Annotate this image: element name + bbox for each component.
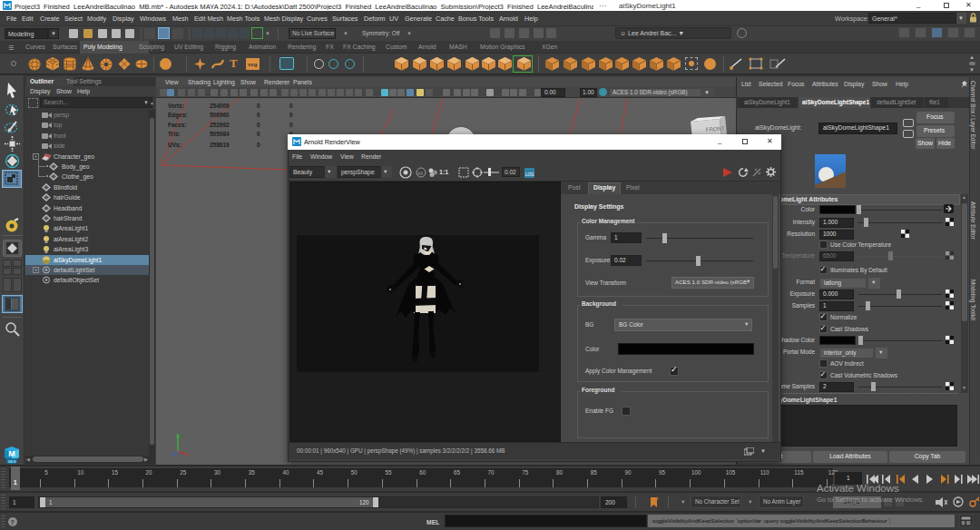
svg-text:AA: AA <box>417 172 423 176</box>
svg-text:M: M <box>8 449 15 458</box>
svg-text:LOG: LOG <box>525 172 534 177</box>
svg-text:y: y <box>181 433 183 438</box>
svg-text:MAYA: MAYA <box>8 460 16 464</box>
svg-text:+: + <box>655 496 659 502</box>
